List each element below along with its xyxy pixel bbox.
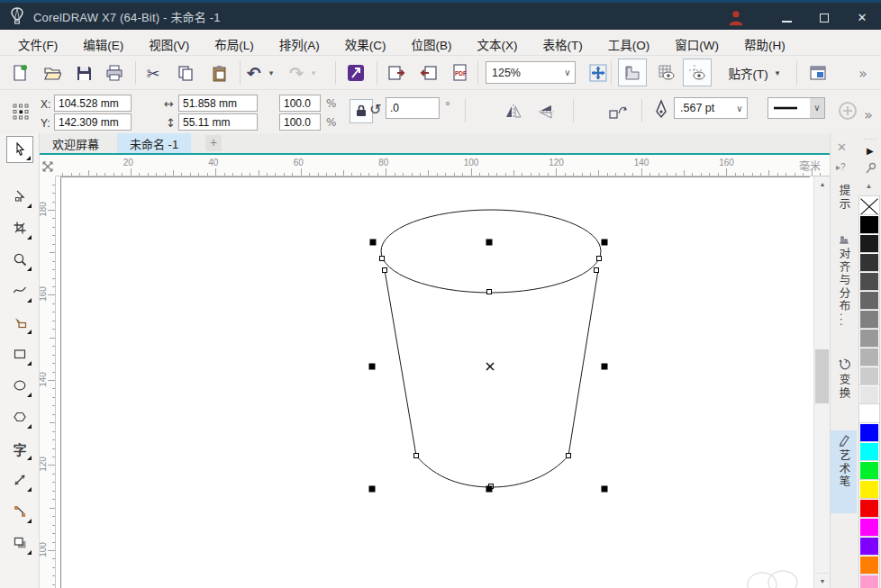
swatch-orange[interactable] (859, 556, 879, 574)
docker-tab-align-distribute[interactable]: 对齐与分布... (831, 229, 858, 348)
swatch-purple[interactable] (859, 537, 879, 556)
menu-effects[interactable]: 效果(C) (332, 32, 399, 57)
publish-pdf-button[interactable]: PDF (448, 60, 473, 86)
tool-smart-fill[interactable] (6, 309, 33, 336)
full-screen-preview-button[interactable] (586, 60, 611, 86)
convert-to-curves-button[interactable] (605, 99, 631, 124)
menu-text[interactable]: 文本(X) (465, 32, 531, 57)
swatch-white[interactable] (859, 404, 879, 423)
curve-node[interactable] (380, 257, 385, 261)
swatch-pink[interactable] (859, 574, 879, 588)
outline-width-combo[interactable]: .567 pt∨ (674, 97, 748, 119)
minimize-button[interactable] (767, 5, 805, 32)
tool-pick[interactable] (6, 136, 33, 163)
export-button[interactable] (416, 60, 441, 86)
menu-window[interactable]: 窗口(W) (662, 32, 731, 57)
curve-node[interactable] (597, 257, 602, 261)
selection-handle[interactable] (486, 486, 493, 493)
tab-welcome[interactable]: 欢迎屏幕 (40, 133, 112, 153)
snap-to-dropdown[interactable]: 贴齐(T) ▾ (719, 60, 789, 86)
tool-polygon[interactable] (6, 403, 33, 430)
selection-center-marker[interactable] (486, 363, 494, 370)
print-button[interactable] (102, 60, 127, 86)
show-grid-toggle[interactable] (654, 60, 679, 86)
swatch-red[interactable] (859, 499, 879, 518)
menu-help[interactable]: 帮助(H) (731, 32, 798, 57)
menu-table[interactable]: 表格(T) (531, 32, 595, 57)
selection-handle[interactable] (369, 486, 376, 493)
paste-button[interactable] (206, 60, 232, 86)
cup-right-side[interactable] (568, 270, 598, 456)
undo-dropdown[interactable]: ▾ (265, 60, 277, 86)
swatch-50-black[interactable] (859, 310, 879, 329)
scroll-up-button[interactable]: ▲ (814, 176, 831, 192)
tab-untitled[interactable]: 未命名 -1 (117, 133, 191, 153)
swatch-none[interactable] (859, 196, 879, 215)
curve-node[interactable] (567, 454, 571, 458)
tool-ellipse[interactable] (6, 372, 33, 399)
curve-node[interactable] (595, 268, 599, 273)
new-button[interactable] (7, 60, 32, 86)
palette-flyout-arrow[interactable]: ▶ (867, 146, 874, 156)
curve-node[interactable] (487, 290, 492, 294)
swatch-30-black[interactable] (859, 348, 879, 366)
menu-bitmaps[interactable]: 位图(B) (399, 32, 465, 57)
show-rulers-toggle[interactable] (618, 59, 647, 86)
menu-file[interactable]: 文件(F) (5, 32, 70, 57)
scale-y-input[interactable]: 100.0 (279, 113, 321, 131)
toolbar-overflow-button[interactable]: » (850, 60, 876, 86)
swatch-green[interactable] (859, 461, 879, 480)
rotation-angle-input[interactable]: .0 (386, 97, 440, 119)
tool-crop[interactable] (6, 214, 33, 241)
maximize-button[interactable] (805, 5, 843, 32)
user-account-icon[interactable] (726, 9, 746, 27)
ruler-origin[interactable] (40, 155, 56, 176)
open-button[interactable] (40, 60, 65, 86)
tool-connector[interactable] (6, 498, 33, 525)
cup-bottom-curve[interactable] (416, 456, 568, 487)
selection-handle[interactable] (602, 486, 608, 493)
swatch-70-black[interactable] (859, 272, 879, 291)
import-button[interactable] (384, 60, 409, 86)
new-document-tab-button[interactable]: + (205, 135, 222, 151)
zoom-levels-combo[interactable]: 125%∨ (486, 61, 576, 84)
cup-left-side[interactable] (385, 270, 416, 456)
tool-zoom[interactable] (6, 246, 33, 273)
swatch-80-black[interactable] (859, 253, 879, 272)
swatch-black[interactable] (859, 215, 879, 234)
show-guidelines-toggle[interactable] (683, 59, 712, 86)
undo-button[interactable]: ↶ (244, 60, 264, 86)
swatch-60-black[interactable] (859, 291, 879, 310)
swatch-yellow[interactable] (859, 480, 879, 499)
propbar-overflow-button[interactable]: » (859, 102, 877, 127)
cup-rim-ellipse[interactable] (381, 210, 601, 293)
drawing-canvas[interactable] (56, 176, 813, 588)
copy-button[interactable] (173, 60, 198, 86)
selection-handle[interactable] (486, 240, 493, 246)
mirror-vertical-button[interactable] (533, 99, 559, 124)
scroll-down-button[interactable]: ▼ (814, 573, 831, 588)
tool-rectangle[interactable] (6, 340, 33, 367)
close-document-button[interactable]: ✕ (837, 140, 847, 154)
vertical-scrollbar[interactable]: ▲ ▼ (813, 176, 830, 588)
docker-tab-artistic-media[interactable]: 艺术笔 (831, 430, 858, 513)
menu-edit[interactable]: 编辑(E) (70, 32, 136, 57)
swatch-90-black[interactable] (859, 234, 879, 253)
vertical-ruler[interactable]: 180160140120100 (40, 176, 56, 588)
close-button[interactable]: ✕ (843, 5, 881, 32)
whats-this-button[interactable]: ▸? (836, 162, 846, 172)
horizontal-ruler[interactable]: 毫米 20406080100120140160 (56, 155, 830, 176)
scrollbar-thumb[interactable] (815, 349, 829, 403)
save-button[interactable] (71, 60, 96, 86)
palette-grip-icon[interactable]: ···· (864, 135, 877, 143)
tool-drop-shadow[interactable] (6, 529, 33, 556)
menu-arrange[interactable]: 排列(A) (267, 32, 332, 57)
swatch-cyan[interactable] (859, 442, 879, 461)
cut-button[interactable]: ✂ (141, 60, 166, 86)
docker-tab-transform[interactable]: 变换 (831, 355, 858, 416)
menu-layout[interactable]: 布局(L) (202, 32, 267, 57)
swatch-40-black[interactable] (859, 329, 879, 348)
options-button[interactable] (805, 60, 831, 86)
object-height-input[interactable]: 55.11 mm (178, 113, 258, 131)
add-preset-button[interactable] (838, 101, 858, 121)
